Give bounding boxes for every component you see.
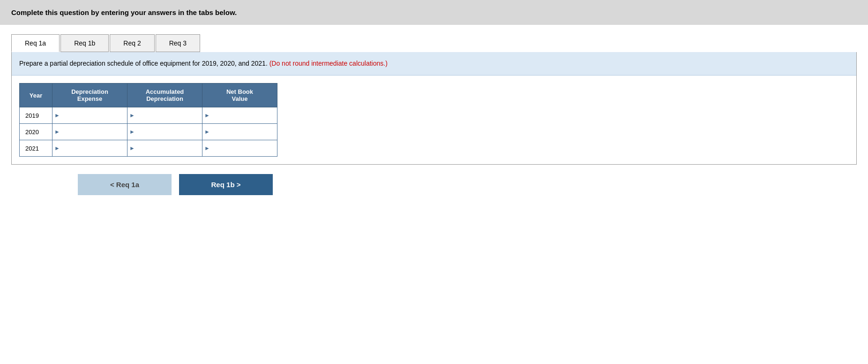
acc-dep-2019-input[interactable] [137,107,202,123]
net-book-2021-cell: ► [202,140,277,157]
arrow-icon: ► [127,145,137,152]
net-book-2021-input[interactable] [212,140,277,156]
col-year-header: Year [20,83,52,107]
arrow-icon: ► [202,129,212,135]
tab-req2[interactable]: Req 2 [110,34,154,52]
acc-dep-2021-input[interactable] [137,140,202,156]
navigation-buttons: < Req 1a Req 1b > [11,165,339,205]
acc-dep-2019-cell: ► [127,107,202,124]
tab-bar: Req 1a Req 1b Req 2 Req 3 [11,34,857,52]
net-book-2019-cell: ► [202,107,277,124]
instruction-text: Complete this question by entering your … [11,8,237,16]
dep-expense-2020-cell: ► [52,124,127,140]
dep-expense-2020-input[interactable] [62,124,127,140]
dep-expense-2019-input[interactable] [62,107,127,123]
table-row: 2021 ► ► [20,140,277,157]
tab-req1b[interactable]: Req 1b [60,34,109,52]
description-main: Prepare a partial depreciation schedule … [19,60,269,67]
year-2020: 2020 [20,124,52,140]
depreciation-table: Year Depreciation Expense Accumulated De… [19,83,277,157]
net-book-2020-input[interactable] [212,124,277,140]
instruction-bar: Complete this question by entering your … [0,0,868,25]
year-2019: 2019 [20,107,52,124]
description-red: (Do not round intermediate calculations.… [269,60,388,67]
tab-req3[interactable]: Req 3 [156,34,200,52]
arrow-icon: ► [202,112,212,119]
dep-expense-2021-input[interactable] [62,140,127,156]
col-acc-dep-header: Accumulated Depreciation [127,83,202,107]
dep-expense-2019-cell: ► [52,107,127,124]
tab-content: Prepare a partial depreciation schedule … [11,52,857,165]
acc-dep-2021-cell: ► [127,140,202,157]
description-box: Prepare a partial depreciation schedule … [12,52,856,76]
col-net-book-header: Net Book Value [202,83,277,107]
table-row: 2019 ► ► [20,107,277,124]
year-2021: 2021 [20,140,52,157]
arrow-icon: ► [52,112,62,119]
next-button[interactable]: Req 1b > [179,174,273,195]
table-row: 2020 ► ► [20,124,277,140]
prev-button[interactable]: < Req 1a [78,174,172,195]
tab-req1a[interactable]: Req 1a [11,34,60,52]
net-book-2019-input[interactable] [212,107,277,123]
dep-expense-2021-cell: ► [52,140,127,157]
col-dep-expense-header: Depreciation Expense [52,83,127,107]
arrow-icon: ► [127,129,137,135]
acc-dep-2020-input[interactable] [137,124,202,140]
arrow-icon: ► [52,129,62,135]
acc-dep-2020-cell: ► [127,124,202,140]
arrow-icon: ► [202,145,212,152]
arrow-icon: ► [52,145,62,152]
table-container: Year Depreciation Expense Accumulated De… [12,76,856,164]
net-book-2020-cell: ► [202,124,277,140]
arrow-icon: ► [127,112,137,119]
